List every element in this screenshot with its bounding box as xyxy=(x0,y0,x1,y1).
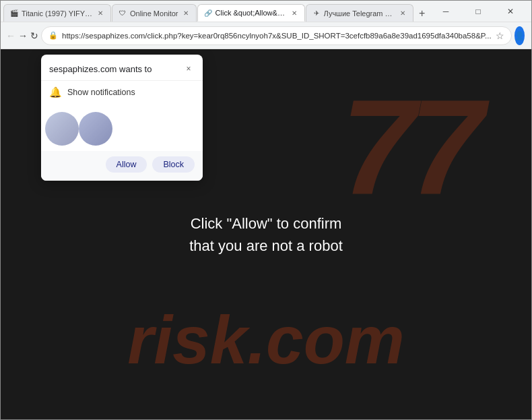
tab-online-monitor-close[interactable]: ✕ xyxy=(181,9,191,18)
tab-titanic[interactable]: 🎬 Titanic (1997) YIFY - Do... ✕ xyxy=(3,4,111,22)
popup-body: 🔔 Show notifications xyxy=(41,81,203,112)
browser-window: 🎬 Titanic (1997) YIFY - Do... ✕ 🛡 Online… xyxy=(0,0,532,420)
tab-online-monitor[interactable]: 🛡 Online Monitor ✕ xyxy=(112,4,197,22)
tab-telegram-favicon: ✈ xyxy=(312,9,321,18)
tab-online-monitor-title: Online Monitor xyxy=(130,9,178,18)
tab-telegram[interactable]: ✈ Лучшие Telegram кан... ✕ xyxy=(306,4,413,22)
main-message-line1: Click "Allow" to confirm xyxy=(189,212,343,235)
decoration-circle-1 xyxy=(45,112,79,146)
tab-online-monitor-favicon: 🛡 xyxy=(118,9,127,18)
menu-button[interactable]: ⋮ xyxy=(527,26,532,45)
tab-telegram-title: Лучшие Telegram кан... xyxy=(324,9,395,18)
popup-buttons: Allow Block xyxy=(41,151,203,181)
bg-number-watermark: 77 xyxy=(341,69,477,224)
tab-titanic-close[interactable]: ✕ xyxy=(96,9,105,18)
notification-row: 🔔 Show notifications xyxy=(49,86,195,98)
address-bar[interactable]: 🔒 https://sespaphizes.com/click.php?key=… xyxy=(41,26,512,45)
tab-strip: 🎬 Titanic (1997) YIFY - Do... ✕ 🛡 Online… xyxy=(3,1,430,22)
back-button[interactable]: ← xyxy=(6,26,15,45)
bg-risk-watermark: risk.com xyxy=(127,301,404,379)
page-content: 77 risk.com Click "Allow" to confirm tha… xyxy=(1,49,531,419)
tab-telegram-close[interactable]: ✕ xyxy=(398,9,407,18)
notification-popup: sespaphizes.com wants to × 🔔 Show notifi… xyxy=(41,55,203,181)
window-controls: ─ □ ✕ xyxy=(430,1,529,22)
profile-button[interactable]: 👤 xyxy=(514,26,525,45)
popup-close-button[interactable]: × xyxy=(182,63,195,75)
new-tab-button[interactable]: + xyxy=(414,5,430,22)
tab-titanic-favicon: 🎬 xyxy=(9,9,19,18)
bookmark-icon[interactable]: ☆ xyxy=(496,30,504,41)
tab-click-allow-close[interactable]: ✕ xyxy=(290,8,299,18)
tab-titanic-title: Titanic (1997) YIFY - Do... xyxy=(22,9,93,18)
allow-button[interactable]: Allow xyxy=(106,156,147,173)
decoration-circle-2 xyxy=(79,112,112,146)
popup-header: sespaphizes.com wants to × xyxy=(41,55,203,81)
bell-icon: 🔔 xyxy=(49,86,62,98)
toolbar: ← → ↻ 🔒 https://sespaphizes.com/click.ph… xyxy=(1,22,531,49)
popup-title: sespaphizes.com wants to xyxy=(49,64,152,74)
main-message-line2: that you are not a robot xyxy=(189,235,343,257)
forward-button[interactable]: → xyxy=(18,26,28,45)
minimize-button[interactable]: ─ xyxy=(430,1,461,22)
notification-text: Show notifications xyxy=(67,88,135,97)
tab-click-allow[interactable]: 🔗 Click &quot;Allow&qu... ✕ xyxy=(197,4,305,22)
lock-icon: 🔒 xyxy=(48,31,58,40)
reload-button[interactable]: ↻ xyxy=(30,26,38,45)
main-message: Click "Allow" to confirm that you are no… xyxy=(189,212,343,257)
url-text: https://sespaphizes.com/click.php?key=ke… xyxy=(62,32,492,40)
block-button[interactable]: Block xyxy=(152,156,195,173)
popup-decoration-row xyxy=(41,112,203,151)
close-button[interactable]: ✕ xyxy=(495,1,526,22)
maximize-button[interactable]: □ xyxy=(463,1,494,22)
tab-click-allow-favicon: 🔗 xyxy=(203,8,213,18)
title-bar: 🎬 Titanic (1997) YIFY - Do... ✕ 🛡 Online… xyxy=(1,1,531,22)
tab-click-allow-title: Click &quot;Allow&qu... xyxy=(215,9,287,17)
